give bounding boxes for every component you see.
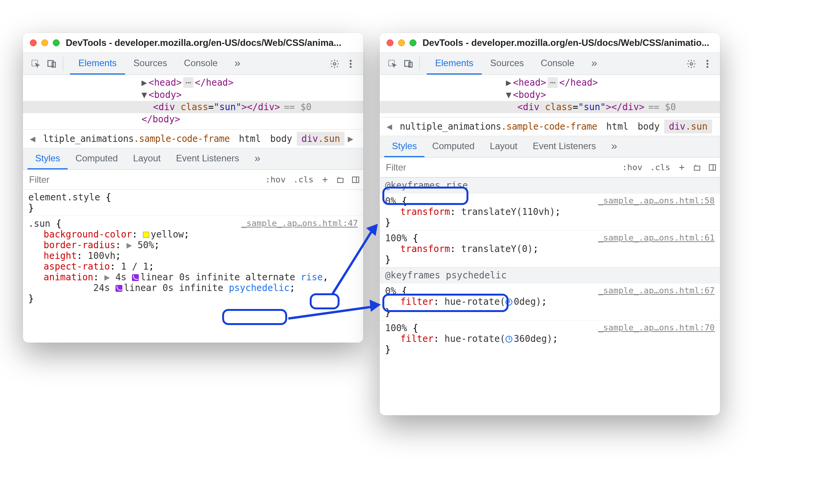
keyframes-header-psychedelic[interactable]: @keyframes psychedelic <box>380 267 720 283</box>
angle-clock-icon[interactable] <box>506 336 512 343</box>
prop-background-color[interactable]: background-color: yellow; <box>28 229 358 240</box>
tab-elements[interactable]: Elements <box>427 53 482 75</box>
breadcrumb-next-icon[interactable]: ▶ <box>345 133 356 144</box>
gear-icon[interactable] <box>327 56 343 72</box>
filter-input[interactable] <box>23 170 262 189</box>
prop-aspect-ratio[interactable]: aspect-ratio: 1 / 1; <box>28 261 358 272</box>
dom-div-sun[interactable]: <div class="sun"></div>== $0 <box>23 101 363 113</box>
dom-div-sun[interactable]: ⋯ <div class="sun"></div>== $0 <box>380 101 720 113</box>
hov-toggle[interactable]: :hov <box>618 163 646 172</box>
breadcrumb-body[interactable]: body <box>633 120 664 133</box>
tab-sources[interactable]: Sources <box>482 53 532 75</box>
zoom-icon[interactable] <box>53 39 60 46</box>
source-link[interactable]: _sample_.ap…ons.html:70 <box>598 323 715 332</box>
hov-toggle[interactable]: :hov <box>262 175 289 184</box>
more-icon[interactable] <box>699 56 715 72</box>
dom-body-open[interactable]: ▼<body> <box>23 89 363 101</box>
breadcrumb: ◀ ltiple_animations.sample-code-frame ht… <box>23 129 363 148</box>
divider <box>63 57 63 71</box>
minimize-icon[interactable] <box>398 39 405 46</box>
devtools-window-right: DevTools - developer.mozilla.org/en-US/d… <box>380 33 720 415</box>
rule-element-style[interactable]: element.style { } <box>23 190 363 216</box>
close-icon[interactable] <box>30 39 37 46</box>
computed-sidebar-icon[interactable] <box>333 172 348 187</box>
color-swatch-icon[interactable] <box>143 232 149 238</box>
svg-point-5 <box>350 63 352 65</box>
window-title: DevTools - developer.mozilla.org/en-US/d… <box>66 37 341 48</box>
breadcrumb-body[interactable]: body <box>265 132 297 146</box>
subtab-computed[interactable]: Computed <box>424 136 482 157</box>
prop-border-radius[interactable]: border-radius: ▶ 50%; <box>28 240 358 250</box>
svg-point-4 <box>350 60 352 62</box>
keyframe-rise-100[interactable]: _sample_.ap…ons.html:61 100% { transform… <box>380 230 720 267</box>
breadcrumb-prev-icon[interactable]: ◀ <box>384 121 395 132</box>
dom-head[interactable]: ▶<head>⋯</head> <box>23 76 363 89</box>
filter-input[interactable] <box>380 158 618 177</box>
breadcrumb-frame[interactable]: ltiple_animations.sample-code-frame <box>38 132 234 146</box>
tab-console[interactable]: Console <box>176 53 226 75</box>
keyframes-header-rise[interactable]: @keyframes rise <box>380 177 720 193</box>
angle-clock-icon[interactable] <box>506 299 512 306</box>
subtab-styles[interactable]: Styles <box>384 136 424 157</box>
gear-icon[interactable] <box>683 56 699 72</box>
dom-body-open[interactable]: ▼<body> <box>380 89 720 101</box>
inspect-icon[interactable] <box>384 56 400 72</box>
subtab-event-listeners[interactable]: Event Listeners <box>168 148 247 169</box>
zoom-icon[interactable] <box>410 39 416 46</box>
computed-sidebar-icon[interactable] <box>689 160 705 175</box>
more-icon[interactable] <box>343 56 359 72</box>
source-link[interactable]: _sample_.ap…ons.html:61 <box>598 233 715 242</box>
subtab-overflow-icon[interactable] <box>604 136 625 157</box>
keyframe-rise-0[interactable]: _sample_.ap…ons.html:58 0% { transform: … <box>380 193 720 230</box>
subtab-event-listeners[interactable]: Event Listeners <box>525 136 603 157</box>
tab-sources[interactable]: Sources <box>125 53 176 75</box>
toggle-sidebar-icon[interactable] <box>705 160 720 175</box>
source-link[interactable]: _sample_.ap…ons.html:58 <box>598 196 715 205</box>
prop-animation-2[interactable]: 24s linear 0s infinite psychedelic; <box>28 283 358 293</box>
prop-height[interactable]: height: 100vh; <box>28 250 358 261</box>
new-rule-icon[interactable] <box>317 172 333 187</box>
subtab-layout[interactable]: Layout <box>125 148 168 169</box>
breadcrumb-prev-icon[interactable]: ◀ <box>27 133 38 144</box>
filter-bar: :hov .cls <box>23 170 363 190</box>
svg-rect-17 <box>709 164 716 170</box>
rule-sun[interactable]: _sample_.ap…ons.html:47 .sun { backgroun… <box>23 216 363 306</box>
subtab-computed[interactable]: Computed <box>68 148 125 169</box>
svg-rect-7 <box>338 178 343 182</box>
keyframes-link-rise[interactable]: rise <box>301 272 323 283</box>
subtab-overflow-icon[interactable] <box>247 148 268 169</box>
breadcrumb-frame[interactable]: nultiple_animations.sample-code-frame <box>395 120 601 133</box>
breadcrumb-div-sun[interactable]: div.sun <box>297 132 345 146</box>
tab-console[interactable]: Console <box>532 53 583 75</box>
breadcrumb-div-sun[interactable]: div.sun <box>664 120 712 133</box>
keyframe-psy-100[interactable]: _sample_.ap…ons.html:70 100% { filter: h… <box>380 320 720 357</box>
prop-animation[interactable]: animation: ▶ 4s linear 0s infinite alter… <box>28 272 358 283</box>
inspect-icon[interactable] <box>28 56 44 72</box>
subtab-styles[interactable]: Styles <box>28 148 68 169</box>
keyframes-link-psychedelic[interactable]: psychedelic <box>229 283 289 293</box>
close-icon[interactable] <box>387 39 393 46</box>
cls-toggle[interactable]: .cls <box>646 163 674 172</box>
source-link[interactable]: _sample_.ap…ons.html:47 <box>241 218 358 228</box>
tab-elements[interactable]: Elements <box>70 53 125 75</box>
easing-icon[interactable] <box>132 274 139 281</box>
source-link[interactable]: _sample_.ap…ons.html:67 <box>598 286 715 295</box>
dom-head[interactable]: ▶<head>⋯</head> <box>380 76 720 89</box>
keyframe-psy-0[interactable]: _sample_.ap…ons.html:67 0% { filter: hue… <box>380 283 720 320</box>
new-rule-icon[interactable] <box>674 160 689 175</box>
toggle-sidebar-icon[interactable] <box>348 172 363 187</box>
main-toolbar: Elements Sources Console <box>23 53 363 75</box>
breadcrumb-html[interactable]: html <box>234 132 266 146</box>
breadcrumb-html[interactable]: html <box>602 120 633 133</box>
minimize-icon[interactable] <box>41 39 48 46</box>
arrow-head-icon <box>369 299 381 312</box>
device-toggle-icon[interactable] <box>44 56 60 72</box>
dom-body-close[interactable]: </body> <box>23 113 363 125</box>
cls-toggle[interactable]: .cls <box>289 175 317 184</box>
tab-overflow-icon[interactable] <box>226 53 249 75</box>
device-toggle-icon[interactable] <box>400 56 416 72</box>
tab-overflow-icon[interactable] <box>583 53 606 75</box>
subtab-layout[interactable]: Layout <box>482 136 525 157</box>
svg-rect-8 <box>353 177 359 182</box>
easing-icon[interactable] <box>115 285 122 292</box>
